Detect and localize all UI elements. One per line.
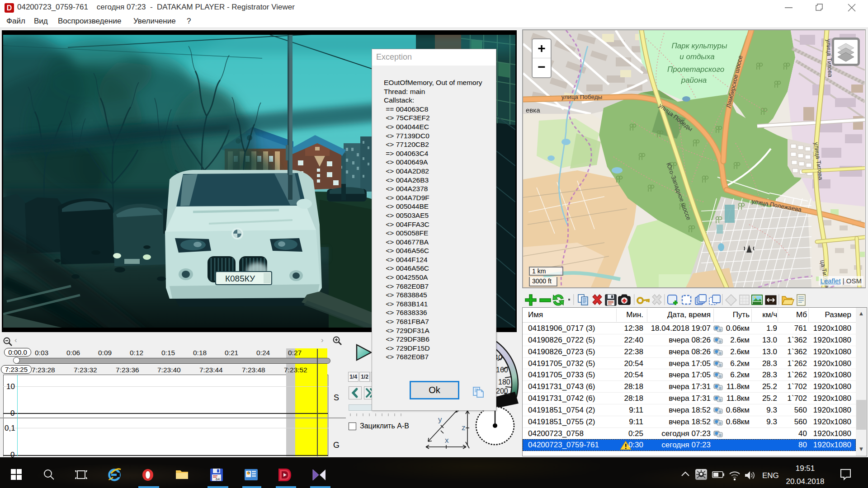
svg-text:района: района [681, 76, 707, 84]
svg-text:180: 180 [498, 378, 510, 386]
svg-text:z: z [462, 423, 466, 432]
svg-text:64:: 64: [216, 477, 221, 481]
svg-text:К085КУ: К085КУ [225, 274, 255, 283]
svg-text:x: x [445, 436, 449, 445]
svg-text:улица Победы: улица Победы [561, 94, 602, 100]
svg-text:евка: евка [526, 106, 540, 114]
svg-text:и отдыха: и отдыха [679, 52, 714, 61]
svg-text:Парк культуры: Парк культуры [671, 42, 727, 50]
svg-text:Пролетарского: Пролетарского [667, 65, 724, 74]
svg-text:200: 200 [496, 387, 508, 395]
svg-text:160: 160 [496, 366, 508, 374]
svg-text:y: y [438, 415, 442, 424]
